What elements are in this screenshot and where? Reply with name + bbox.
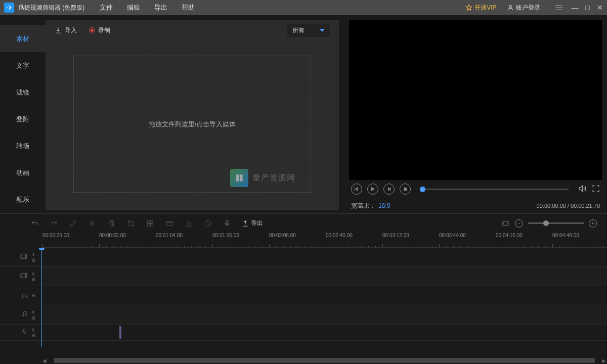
- video-track-2: [0, 267, 607, 286]
- mute-icon[interactable]: [31, 328, 36, 332]
- delete-tool[interactable]: [107, 219, 116, 228]
- menu-edit[interactable]: 编辑: [127, 3, 140, 12]
- lock-icon[interactable]: [31, 333, 36, 338]
- preview-info: 宽高比： 16:9 00:00:00.00 / 00:00:21.70: [349, 198, 602, 213]
- app-logo-icon: [4, 3, 14, 13]
- timeline-scrollbar[interactable]: ◀ ▶: [41, 357, 607, 364]
- stop-button[interactable]: [400, 184, 411, 195]
- media-dropzone[interactable]: 拖放文件到这里/点击导入媒体 量产资源网: [73, 56, 311, 193]
- ruler-label: 00:04:48.00: [552, 233, 579, 238]
- scroll-left-icon[interactable]: ◀: [41, 358, 48, 363]
- fit-zoom-button[interactable]: [501, 219, 510, 228]
- undo-button[interactable]: [30, 219, 39, 228]
- clip-marker[interactable]: [119, 326, 121, 339]
- edit-tool[interactable]: [69, 219, 78, 228]
- prev-frame-button[interactable]: [351, 184, 362, 195]
- fullscreen-icon[interactable]: [592, 185, 600, 194]
- zoom-in-button[interactable]: +: [589, 219, 597, 228]
- video-track-1: [0, 248, 607, 267]
- mosaic-tool[interactable]: [146, 219, 155, 228]
- vip-button[interactable]: 开通VIP: [465, 4, 496, 12]
- menu-file[interactable]: 文件: [100, 3, 113, 12]
- split-tool[interactable]: [88, 219, 97, 228]
- svg-rect-13: [32, 279, 35, 281]
- playhead[interactable]: [41, 248, 42, 347]
- record-icon: [89, 27, 95, 33]
- import-icon: [55, 27, 62, 34]
- mute-icon[interactable]: [31, 271, 36, 276]
- menu-help[interactable]: 帮助: [182, 3, 195, 12]
- next-frame-button[interactable]: [383, 184, 395, 195]
- timeline-ruler[interactable]: 00:00:00.0000:00:32.0000:01:04.0000:01:3…: [41, 233, 607, 248]
- timeline-export-button[interactable]: 导出: [242, 219, 263, 228]
- speed-tool[interactable]: [203, 219, 212, 228]
- vip-label: 开通VIP: [474, 4, 496, 12]
- ruler-label: 00:01:36.00: [212, 233, 239, 238]
- tab-filter[interactable]: 滤镜: [0, 79, 46, 106]
- menu-icon[interactable]: [555, 6, 562, 10]
- watermark: 量产资源网: [230, 169, 295, 187]
- svg-point-15: [22, 315, 23, 316]
- lock-icon[interactable]: [31, 258, 36, 262]
- track-body[interactable]: [41, 267, 607, 286]
- track-body[interactable]: [41, 286, 607, 305]
- minimize-button[interactable]: —: [572, 4, 579, 12]
- aspect-value[interactable]: 16:9: [378, 202, 390, 209]
- track-body[interactable]: [41, 248, 607, 266]
- tab-overlay[interactable]: 叠附: [0, 106, 46, 132]
- left-sidebar: 素材 文字 滤镜 叠附 转场 动画 配乐: [0, 15, 46, 213]
- scroll-right-icon[interactable]: ▶: [601, 358, 607, 363]
- maximize-button[interactable]: □: [586, 4, 590, 12]
- zoom-tool[interactable]: [184, 219, 193, 228]
- zoom-slider[interactable]: [528, 222, 584, 224]
- app-title: 迅捷视频剪辑器 (免费版): [18, 4, 84, 12]
- login-button[interactable]: 账户登录: [507, 4, 540, 12]
- volume-icon[interactable]: [578, 184, 587, 195]
- tab-music[interactable]: 配乐: [0, 187, 46, 213]
- tab-transition[interactable]: 转场: [0, 133, 46, 160]
- media-panel: 导入 录制 所有 拖放文件到这里/点击导入媒体 量产资源网: [46, 20, 339, 210]
- freeze-tool[interactable]: [165, 219, 174, 228]
- track-body[interactable]: [41, 305, 607, 324]
- play-button[interactable]: [367, 184, 378, 195]
- lock-icon[interactable]: [31, 293, 36, 298]
- main-menu: 文件 编辑 导出 帮助: [100, 3, 195, 12]
- menu-export[interactable]: 导出: [154, 3, 167, 12]
- media-toolbar: 导入 录制 所有: [46, 20, 339, 40]
- preview-progress[interactable]: [420, 189, 569, 190]
- redo-button[interactable]: [50, 219, 59, 228]
- aspect-label: 宽高比：: [351, 202, 375, 210]
- ruler-label: 00:02:40.00: [326, 233, 353, 238]
- text-track: TA: [0, 286, 607, 305]
- zoom-controls: − +: [501, 219, 597, 228]
- progress-handle[interactable]: [420, 187, 425, 192]
- ruler-label: 00:02:08.00: [269, 233, 296, 238]
- lock-icon[interactable]: [31, 277, 36, 282]
- svg-rect-1: [404, 188, 407, 191]
- zoom-out-button[interactable]: −: [515, 219, 523, 228]
- track-body[interactable]: [41, 325, 607, 340]
- mute-icon[interactable]: [31, 310, 36, 314]
- svg-point-16: [25, 314, 26, 315]
- crop-tool[interactable]: [126, 219, 136, 228]
- voiceover-tool[interactable]: [223, 219, 232, 228]
- ruler-label: 00:04:16.00: [496, 233, 523, 238]
- tab-text[interactable]: 文字: [0, 52, 46, 79]
- svg-rect-6: [167, 221, 172, 225]
- music-track-icon: [21, 310, 28, 319]
- zoom-handle[interactable]: [543, 220, 549, 226]
- lock-icon[interactable]: [31, 315, 36, 320]
- tab-animation[interactable]: 动画: [0, 160, 46, 187]
- svg-point-0: [509, 5, 511, 8]
- tab-media[interactable]: 素材: [0, 25, 46, 52]
- voiceover-track: [0, 325, 607, 341]
- chevron-down-icon: [320, 29, 325, 32]
- ruler-label: 00:00:32.00: [99, 233, 126, 238]
- scrollbar-thumb[interactable]: [54, 358, 595, 363]
- preview-video[interactable]: [349, 20, 602, 180]
- import-button[interactable]: 导入: [55, 26, 77, 35]
- media-filter-select[interactable]: 所有: [287, 24, 330, 37]
- mute-icon[interactable]: [31, 252, 36, 257]
- close-button[interactable]: ✕: [597, 4, 603, 12]
- record-button[interactable]: 录制: [89, 26, 110, 35]
